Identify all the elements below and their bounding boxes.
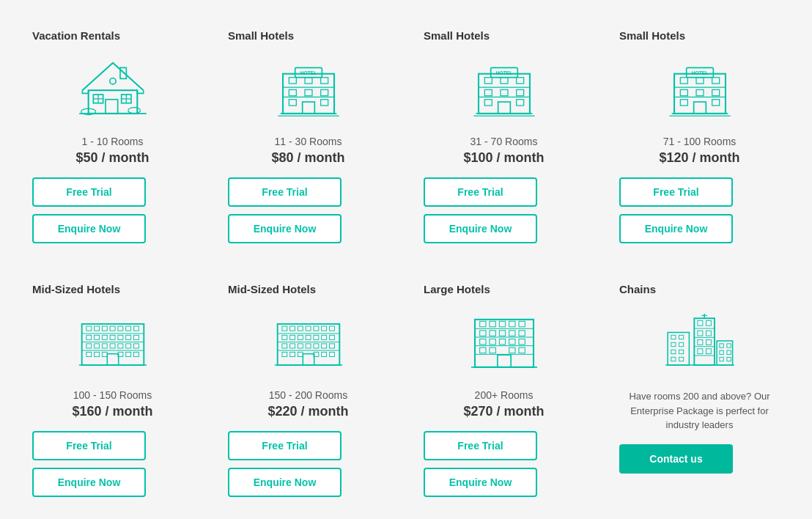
svg-rect-120 [289, 352, 295, 356]
card-title: Small Hotels [619, 29, 685, 42]
free-trial-button[interactable]: Free Trial [424, 177, 537, 207]
svg-rect-98 [281, 326, 287, 331]
svg-rect-67 [102, 326, 107, 331]
svg-rect-18 [289, 78, 296, 84]
svg-rect-140 [509, 331, 514, 336]
svg-rect-19 [305, 78, 312, 84]
svg-rect-100 [298, 326, 303, 331]
svg-rect-50 [680, 78, 687, 84]
enquire-now-button[interactable]: Enquire Now [424, 214, 537, 243]
svg-rect-79 [86, 344, 91, 348]
svg-point-11 [128, 108, 140, 114]
svg-rect-143 [490, 339, 495, 345]
svg-rect-26 [302, 102, 314, 114]
enquire-now-button[interactable]: Enquire Now [228, 214, 342, 243]
price: $100 / month [424, 150, 584, 166]
svg-rect-91 [133, 352, 139, 356]
svg-rect-178 [719, 344, 723, 347]
card-title: Mid-Sized Hotels [228, 283, 316, 295]
card-title: Vacation Rentals [32, 29, 120, 42]
free-trial-button[interactable]: Free Trial [32, 177, 146, 207]
free-trial-button[interactable]: Free Trial [228, 431, 342, 460]
hotel-icon: HOTEL [619, 51, 780, 124]
free-trial-button[interactable]: Free Trial [32, 431, 146, 460]
enquire-now-button[interactable]: Enquire Now [32, 468, 146, 497]
svg-rect-114 [298, 344, 303, 348]
svg-rect-123 [321, 352, 326, 356]
pricing-card-small-hotels-2: Small Hotels HOTEL 31 - 70 Ro [406, 15, 602, 268]
svg-rect-179 [726, 344, 730, 347]
svg-rect-40 [484, 100, 492, 106]
free-trial-button[interactable]: Free Trial [424, 431, 537, 460]
svg-rect-170 [706, 320, 711, 325]
pricing-grid: Vacation Rentals 1 - [15, 15, 797, 519]
svg-rect-146 [519, 339, 525, 345]
svg-rect-82 [110, 344, 115, 348]
chain-icon [619, 304, 780, 378]
svg-rect-45 [674, 74, 726, 114]
svg-rect-104 [329, 326, 334, 331]
svg-rect-112 [281, 344, 287, 348]
svg-rect-119 [281, 352, 287, 356]
svg-rect-52 [712, 78, 719, 84]
svg-rect-86 [86, 352, 91, 356]
hotel-icon: HOTEL [228, 51, 388, 124]
svg-rect-138 [490, 331, 495, 336]
rooms-range: 100 - 150 Rooms [32, 389, 193, 401]
price: $160 / month [32, 404, 193, 419]
enquire-now-button[interactable]: Enquire Now [228, 468, 342, 497]
svg-rect-134 [499, 321, 505, 327]
large-hotel-icon [424, 304, 584, 378]
price: $120 / month [619, 150, 780, 166]
svg-rect-88 [102, 352, 107, 356]
card-title: Large Hotels [424, 283, 490, 295]
svg-rect-81 [102, 344, 107, 348]
svg-rect-141 [519, 331, 525, 336]
svg-rect-57 [712, 100, 719, 106]
rooms-range: 150 - 200 Rooms [228, 389, 388, 401]
svg-rect-72 [86, 335, 91, 339]
enquire-now-button[interactable]: Enquire Now [424, 468, 537, 497]
hotel-icon: HOTEL [424, 51, 584, 124]
svg-rect-142 [479, 339, 485, 345]
svg-rect-0 [88, 90, 137, 114]
svg-rect-13 [283, 74, 334, 114]
enquire-now-button[interactable]: Enquire Now [32, 214, 146, 243]
pricing-card-chains: Chains [602, 268, 797, 519]
svg-rect-169 [697, 320, 702, 325]
free-trial-button[interactable]: Free Trial [228, 177, 342, 207]
svg-rect-136 [519, 321, 525, 327]
svg-rect-172 [706, 331, 711, 336]
svg-rect-109 [313, 335, 318, 339]
mid-hotel-icon [228, 304, 388, 378]
free-trial-button[interactable]: Free Trial [619, 177, 733, 207]
svg-rect-103 [321, 326, 326, 331]
svg-rect-75 [110, 335, 115, 339]
svg-rect-41 [516, 100, 523, 106]
svg-rect-158 [671, 350, 675, 353]
enquire-now-button[interactable]: Enquire Now [619, 214, 733, 243]
svg-rect-56 [680, 100, 687, 106]
svg-rect-171 [697, 331, 702, 336]
card-title: Mid-Sized Hotels [32, 283, 120, 295]
svg-rect-78 [133, 335, 139, 339]
svg-rect-29 [479, 74, 530, 114]
svg-rect-38 [501, 89, 508, 95]
rooms-range: 71 - 100 Rooms [619, 136, 780, 147]
svg-rect-90 [125, 352, 130, 356]
svg-rect-154 [671, 335, 675, 339]
svg-rect-182 [719, 357, 723, 361]
svg-rect-42 [498, 102, 510, 114]
svg-rect-39 [516, 89, 523, 95]
price: $220 / month [228, 404, 388, 419]
svg-rect-133 [490, 321, 495, 327]
svg-rect-35 [501, 78, 508, 84]
svg-rect-58 [693, 102, 706, 114]
price: $80 / month [228, 150, 388, 166]
svg-rect-144 [499, 339, 505, 345]
svg-rect-181 [726, 350, 730, 354]
svg-rect-36 [516, 78, 523, 84]
svg-rect-132 [479, 321, 485, 327]
svg-rect-68 [110, 326, 115, 331]
contact-us-button[interactable]: Contact us [619, 444, 733, 474]
